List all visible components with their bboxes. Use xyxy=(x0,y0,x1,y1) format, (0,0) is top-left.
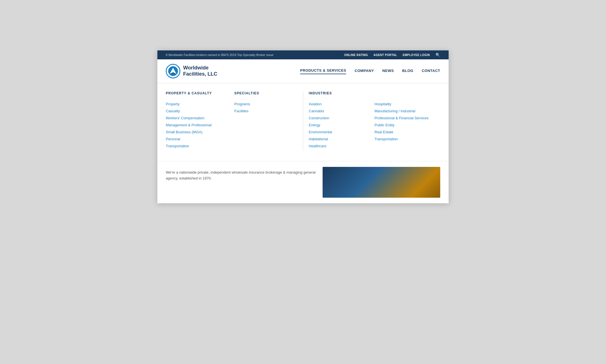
col-industries: INDUSTRIES Aviation Cannabis Constructio… xyxy=(303,91,440,151)
heading-property-casualty: PROPERTY & CASUALTY xyxy=(166,91,229,97)
link-cannabis[interactable]: Cannabis xyxy=(309,109,369,113)
hero-content: We're a nationwide private, independent … xyxy=(166,167,440,198)
link-programs[interactable]: Programs xyxy=(234,102,297,106)
link-transportation-ind[interactable]: Transportation xyxy=(374,137,435,141)
link-facilities[interactable]: Facilities xyxy=(234,109,297,113)
link-real-estate[interactable]: Real Estate xyxy=(374,130,435,134)
link-professional-financial[interactable]: Professional & Financial Services xyxy=(374,116,435,120)
link-management-professional[interactable]: Management & Professional xyxy=(166,123,229,127)
link-healthcare[interactable]: Healthcare xyxy=(309,144,369,148)
logo[interactable]: Worldwide Facilities, LLC xyxy=(166,64,217,78)
online-rating-link[interactable]: ONLINE RATING xyxy=(344,53,368,57)
heading-industries: INDUSTRIES xyxy=(309,91,435,97)
browser-window: 8 Worldwide Facilities brokers named in … xyxy=(157,50,449,203)
nav-contact[interactable]: CONTACT xyxy=(422,69,440,74)
link-casualty[interactable]: Casualty xyxy=(166,109,229,113)
agent-portal-link[interactable]: AGENT PORTAL xyxy=(374,53,397,57)
nav-blog[interactable]: BLOG xyxy=(402,69,413,74)
link-small-business[interactable]: Small Business (MGA) xyxy=(166,130,229,134)
link-energy[interactable]: Energy xyxy=(309,123,369,127)
logo-circle xyxy=(166,64,180,78)
logo-text: Worldwide Facilities, LLC xyxy=(183,65,217,77)
link-transportation-pc[interactable]: Transportation xyxy=(166,144,229,148)
industries-grid: Aviation Cannabis Construction Energy En… xyxy=(309,102,435,151)
dropdown-panel: PROPERTY & CASUALTY Property Casualty Wo… xyxy=(157,83,449,161)
hero-text: We're a nationwide private, independent … xyxy=(166,167,323,198)
link-habitational[interactable]: Habitational xyxy=(309,137,369,141)
search-icon[interactable]: 🔍 xyxy=(435,53,440,57)
link-workers-comp[interactable]: Workers' Compensation xyxy=(166,116,229,120)
heading-specialties: SPECIALTIES xyxy=(234,91,297,97)
hero-image xyxy=(323,167,440,198)
industries-col-right: Hospitality Manufacturing / Industrial P… xyxy=(374,102,435,151)
link-aviation[interactable]: Aviation xyxy=(309,102,369,106)
nav-products-services[interactable]: PRODUCTS & SERVICES xyxy=(300,68,346,74)
col-specialties: SPECIALTIES Programs Facilities xyxy=(234,91,303,151)
link-public-entity[interactable]: Public Entity xyxy=(374,123,435,127)
link-property[interactable]: Property xyxy=(166,102,229,106)
main-nav: PRODUCTS & SERVICES COMPANY NEWS BLOG CO… xyxy=(300,68,440,74)
link-personal[interactable]: Personal xyxy=(166,137,229,141)
link-hospitality[interactable]: Hospitality xyxy=(374,102,435,106)
dropdown-columns: PROPERTY & CASUALTY Property Casualty Wo… xyxy=(166,91,440,151)
link-environmental[interactable]: Environmental xyxy=(309,130,369,134)
nav-company[interactable]: COMPANY xyxy=(355,69,374,74)
col-property-casualty: PROPERTY & CASUALTY Property Casualty Wo… xyxy=(166,91,234,151)
top-banner: 8 Worldwide Facilities brokers named in … xyxy=(157,50,449,59)
hero-section: We're a nationwide private, independent … xyxy=(157,161,449,203)
link-construction[interactable]: Construction xyxy=(309,116,369,120)
industries-col-left: Aviation Cannabis Construction Energy En… xyxy=(309,102,369,151)
announcement-text: 8 Worldwide Facilities brokers named in … xyxy=(166,53,273,57)
hero-description: We're a nationwide private, independent … xyxy=(166,170,317,181)
nav-news[interactable]: NEWS xyxy=(382,69,394,74)
employee-login-link[interactable]: EMPLOYEE LOGIN xyxy=(403,53,430,57)
header: Worldwide Facilities, LLC PRODUCTS & SER… xyxy=(157,59,449,83)
top-banner-links: ONLINE RATING AGENT PORTAL EMPLOYEE LOGI… xyxy=(344,53,440,57)
link-manufacturing[interactable]: Manufacturing / Industrial xyxy=(374,109,435,113)
